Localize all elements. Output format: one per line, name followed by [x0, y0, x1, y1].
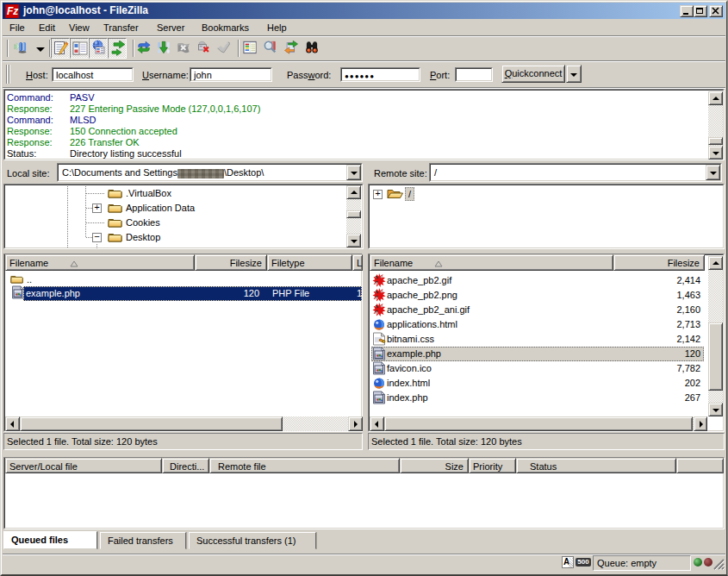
svg-text:Fz: Fz [7, 5, 18, 17]
